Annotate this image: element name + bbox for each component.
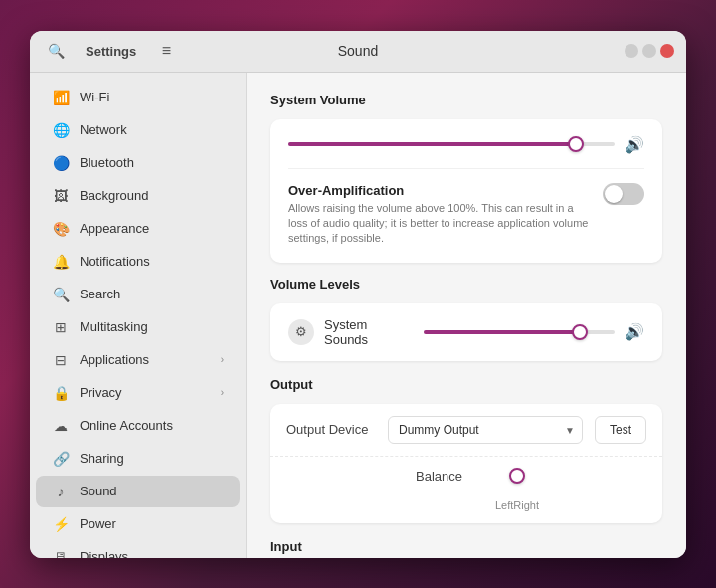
displays-icon: 🖥 [52,548,70,558]
system-volume-icon: 🔊 [625,135,644,154]
output-device-row: Output Device Dummy Output ▼ Test [270,404,662,457]
output-device-label: Output Device [286,422,376,437]
sidebar-item-applications[interactable]: ⊟Applications› [36,344,240,376]
sidebar-item-label-applications: Applications [80,352,149,367]
system-volume-slider-row: 🔊 [288,135,644,154]
balance-right-label: Right [513,499,539,511]
sidebar-item-label-appearance: Appearance [80,221,149,236]
over-amplification-desc: Allows raising the volume above 100%. Th… [288,201,591,247]
online-accounts-icon: ☁ [52,417,70,435]
system-volume-thumb [568,136,584,152]
sidebar-item-label-power: Power [80,516,116,531]
sidebar-item-bluetooth[interactable]: 🔵Bluetooth [36,147,240,179]
close-button[interactable] [660,44,674,58]
balance-lr-labels: Left Right [394,499,539,511]
maximize-button[interactable] [642,44,656,58]
input-title: Input [270,539,662,554]
sidebar-item-network[interactable]: 🌐Network [36,114,240,146]
multitasking-icon: ⊞ [52,318,70,336]
system-volume-track[interactable] [288,142,615,146]
over-amplification-text: Over-Amplification Allows raising the vo… [288,183,591,247]
output-device-select[interactable]: Dummy Output [388,416,583,444]
privacy-icon: 🔒 [52,384,70,402]
system-volume-card: 🔊 Over-Amplification Allows raising the … [270,119,662,263]
volume-levels-card: ⚙ System Sounds 🔊 [270,303,662,361]
balance-thumb [509,468,525,484]
sidebar-item-label-sound: Sound [80,484,117,498]
applications-icon: ⊟ [52,351,70,369]
main-content: System Volume 🔊 Over-Amplification Allow… [247,73,686,558]
balance-row: Balance Left Right [270,457,662,523]
sidebar-item-label-multitasking: Multitasking [80,319,148,334]
search-button[interactable]: 🔍 [42,37,70,65]
balance-top: Balance [416,469,517,484]
balance-label: Balance [416,469,505,484]
window-title: Sound [261,43,455,59]
sidebar-item-power[interactable]: ⚡Power [36,508,240,540]
sidebar-item-search[interactable]: 🔍Search [36,279,240,310]
toggle-knob [605,185,623,203]
system-sounds-fill [424,330,580,334]
sidebar-item-label-search: Search [80,287,120,301]
system-sounds-icon: ⚙ [288,319,314,345]
sidebar: 📶Wi-Fi🌐Network🔵Bluetooth🖼Background🎨Appe… [30,73,247,558]
sidebar-item-sharing[interactable]: 🔗Sharing [36,443,240,475]
privacy-chevron-icon: › [221,387,224,398]
titlebar-left: 🔍 Settings ≡ [42,37,261,65]
sidebar-item-notifications[interactable]: 🔔Notifications [36,246,240,278]
sidebar-item-displays[interactable]: 🖥Displays [36,541,240,558]
system-sounds-track[interactable] [424,330,615,334]
sidebar-item-wifi[interactable]: 📶Wi-Fi [36,82,240,113]
sound-icon: ♪ [52,483,70,500]
system-sounds-thumb [572,324,588,340]
sidebar-item-label-online-accounts: Online Accounts [80,418,173,433]
sidebar-item-privacy[interactable]: 🔒Privacy› [36,377,240,409]
sidebar-item-label-wifi: Wi-Fi [80,90,109,104]
titlebar: 🔍 Settings ≡ Sound [30,31,686,73]
over-amplification-row: Over-Amplification Allows raising the vo… [288,168,644,247]
test-button[interactable]: Test [595,416,646,444]
balance-left-label: Left [495,499,513,511]
notifications-icon: 🔔 [52,253,70,271]
window-controls [455,44,674,58]
sidebar-item-label-background: Background [80,188,148,203]
system-sounds-row: ⚙ System Sounds 🔊 [288,317,644,347]
power-icon: ⚡ [52,515,70,533]
minimize-button[interactable] [625,44,638,58]
sidebar-item-label-notifications: Notifications [80,254,150,269]
settings-window: 🔍 Settings ≡ Sound 📶Wi-Fi🌐Network🔵Blueto… [30,31,686,558]
sidebar-item-sound[interactable]: ♪Sound [36,476,240,507]
sidebar-item-multitasking[interactable]: ⊞Multitasking [36,311,240,343]
applications-chevron-icon: › [221,354,224,365]
network-icon: 🌐 [52,121,70,139]
background-icon: 🖼 [52,187,70,205]
output-title: Output [270,377,662,392]
wifi-icon: 📶 [52,89,70,106]
over-amplification-toggle[interactable] [603,183,644,205]
appearance-icon: 🎨 [52,220,70,238]
sharing-icon: 🔗 [52,450,70,468]
sidebar-item-label-privacy: Privacy [80,385,122,400]
sidebar-item-label-sharing: Sharing [80,451,124,466]
system-sounds-volume-icon: 🔊 [625,322,644,341]
output-card: Output Device Dummy Output ▼ Test Balanc… [270,404,662,523]
volume-levels-title: Volume Levels [270,277,662,292]
sidebar-item-online-accounts[interactable]: ☁Online Accounts [36,410,240,442]
search-icon: 🔍 [52,286,70,303]
menu-button[interactable]: ≡ [152,37,180,65]
sidebar-item-label-bluetooth: Bluetooth [80,155,134,170]
sidebar-item-appearance[interactable]: 🎨Appearance [36,213,240,245]
over-amplification-title: Over-Amplification [288,183,591,198]
sidebar-item-label-displays: Displays [80,549,128,558]
system-volume-title: System Volume [270,93,662,107]
system-volume-fill [288,142,576,146]
system-sounds-label: System Sounds [324,317,414,347]
sidebar-item-label-network: Network [80,122,127,137]
bluetooth-icon: 🔵 [52,154,70,172]
output-device-select-wrap: Dummy Output ▼ [388,416,583,444]
window-body: 📶Wi-Fi🌐Network🔵Bluetooth🖼Background🎨Appe… [30,73,686,558]
app-title: Settings [78,44,144,59]
sidebar-item-background[interactable]: 🖼Background [36,180,240,212]
